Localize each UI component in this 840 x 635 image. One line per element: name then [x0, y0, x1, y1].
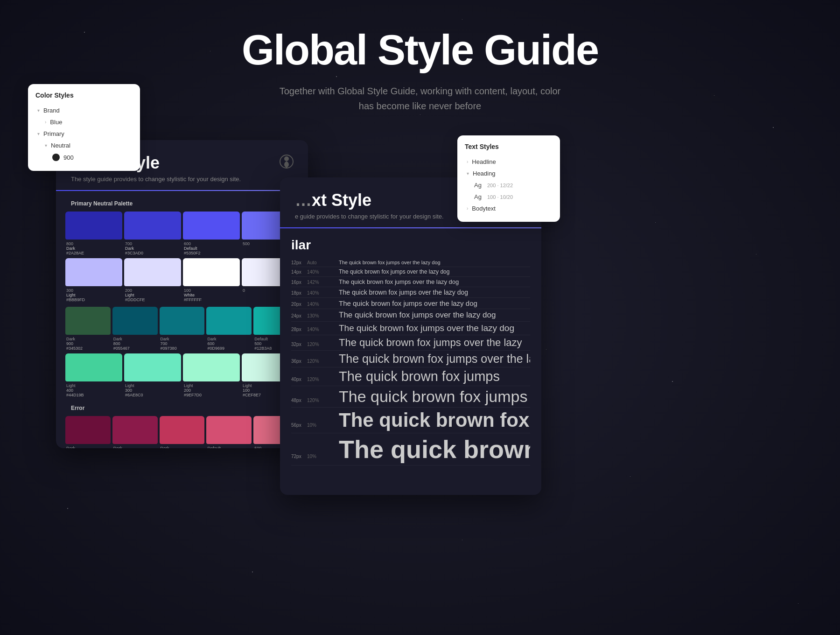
color-styles-popup: Color Styles ▾ Brand › Blue ▾ Primary ▾ …	[28, 84, 140, 171]
swatch-800: 800 Dark #2A28AE	[65, 212, 122, 256]
primary-neutral-palette: Primary Neutral Palette 800 Dark #2A28AE…	[56, 200, 308, 448]
swatch-teal-400: Light 400 #44D19B	[65, 353, 122, 398]
popup-item-blue[interactable]: › Blue	[35, 116, 133, 128]
sample-20px: 20px140% The quick brown fox jumps over …	[291, 298, 530, 309]
sample-28px: 28px140% The quick brown fox jumps over …	[291, 322, 530, 335]
swatch-300: 300 Light #BBB9FD	[65, 258, 122, 303]
error-palette-label: Error	[65, 405, 299, 411]
neutral-label: Neutral	[51, 142, 70, 149]
popup-item-900[interactable]: 900	[35, 151, 133, 163]
svg-point-1	[284, 156, 289, 161]
teal-dark-row: Dark 900 #345302 Dark 800 #055467	[65, 307, 299, 352]
popup-item-bodytext[interactable]: › Bodytext	[465, 203, 553, 214]
sample-56px: 56px10% The quick brown fox jumps	[291, 408, 530, 433]
brand-label: Brand	[43, 107, 60, 114]
popup-item-headline[interactable]: › Headline	[465, 156, 553, 168]
swatch-error-700: Dark 700	[160, 416, 205, 448]
page-title: Global Style Guide	[0, 28, 840, 72]
color-style-subtitle: The style guide provides to change styli…	[71, 176, 293, 183]
color-style-card: Color Style The style guide provides to …	[56, 140, 308, 448]
text-style-card: …xt Style e guide provides to change sty…	[280, 177, 541, 495]
sample-16px: 16px142% The quick brown fox jumps over …	[291, 277, 530, 287]
swatch-200: 200 Light #DDDCFE	[124, 258, 181, 303]
teal-light-row: Light 400 #44D19B Light 300 #6AE8C0	[65, 353, 299, 398]
text-section-heading: ilar	[280, 238, 541, 258]
popup-item-heading[interactable]: ▾ Heading	[465, 168, 553, 179]
card-logo-icon	[278, 153, 295, 170]
popup-item-primary[interactable]: ▾ Primary	[35, 128, 133, 140]
text-card-divider	[280, 227, 541, 228]
swatch-teal-600: Dark 600 #0D9699	[206, 307, 252, 352]
error-row: Dark 900 Dark 800 Dark 700	[65, 416, 299, 448]
color-swatch-dot	[52, 154, 60, 161]
chevron-right-icon-ts1: ›	[467, 159, 468, 164]
swatch-teal-900: Dark 900 #345302	[65, 307, 111, 352]
text-styles-popup: Text Styles › Headline ▾ Heading Ag 200 …	[457, 135, 560, 222]
sample-24px: 24px130% The quick brown fox jumps over …	[291, 309, 530, 322]
sample-18px: 18px140% The quick brown fox jumps over …	[291, 287, 530, 298]
color-styles-popup-title: Color Styles	[35, 92, 133, 99]
sample-40px: 40px120% The quick brown fox jumps	[291, 367, 530, 386]
swatch-teal-800: Dark 800 #055467	[112, 307, 158, 352]
weight-900-label: 900	[63, 154, 74, 161]
swatch-error-600: Default 600	[206, 416, 252, 448]
swatch-teal-200: Light 200 #9EF7D0	[183, 353, 240, 398]
swatch-100: 100 White #FFFFFF	[183, 258, 240, 303]
spec-200-value: 200 · 12/22	[487, 183, 513, 188]
spec-100-value: 100 · 10/20	[487, 194, 513, 200]
palette-label: Primary Neutral Palette	[65, 200, 299, 207]
purple-light-row: 300 Light #BBB9FD 200 Light #DDDCFE	[65, 258, 299, 303]
swatch-teal-300: Light 300 #6AE8C0	[124, 353, 181, 398]
ag-200-icon: Ag	[474, 182, 483, 189]
text-samples-list: 12pxAuto The quick brown fox jumps over …	[280, 258, 541, 466]
chevron-right-icon-ts2: ›	[467, 206, 468, 211]
chevron-down-icon-3: ▾	[45, 143, 47, 148]
chevron-right-icon: ›	[45, 120, 46, 125]
heading-spec-200: Ag 200 · 12/22	[465, 179, 553, 191]
sample-12px: 12pxAuto The quick brown fox jumps over …	[291, 258, 530, 267]
chevron-down-icon-2: ▾	[37, 131, 40, 136]
heading-spec-100: Ag 100 · 10/20	[465, 191, 553, 203]
headline-label: Headline	[472, 158, 496, 165]
popup-item-brand[interactable]: ▾ Brand	[35, 105, 133, 116]
primary-label: Primary	[43, 130, 64, 137]
bodytext-label: Bodytext	[472, 205, 496, 212]
sample-14px: 14px140% The quick brown fox jumps over …	[291, 267, 530, 277]
heading-label: Heading	[473, 170, 495, 177]
purple-dark-row: 800 Dark #2A28AE 700 Dark #3C3AD0	[65, 212, 299, 256]
card-divider	[56, 190, 308, 191]
sample-48px: 48px120% The quick brown fox jumps over …	[291, 386, 530, 408]
sample-32px: 32px120% The quick brown fox jumps over …	[291, 335, 530, 351]
sample-72px: 72px10% The quick brown fox jumps	[291, 433, 530, 466]
sample-36px: 36px120% The quick brown fox jumps over …	[291, 351, 530, 367]
chevron-down-icon: ▾	[37, 108, 40, 113]
swatch-700: 700 Dark #3C3AD0	[124, 212, 181, 256]
swatch-error-800: Dark 800	[112, 416, 158, 448]
blue-label: Blue	[50, 119, 62, 126]
chevron-down-icon-ts1: ▾	[467, 171, 469, 176]
swatch-600: 600 Default #5350F2	[183, 212, 240, 256]
popup-item-neutral[interactable]: ▾ Neutral	[35, 140, 133, 151]
swatch-error-900: Dark 900	[65, 416, 111, 448]
text-styles-popup-title: Text Styles	[465, 143, 553, 150]
swatch-teal-700: Dark 700 #097380	[160, 307, 205, 352]
ag-100-icon: Ag	[474, 193, 483, 200]
